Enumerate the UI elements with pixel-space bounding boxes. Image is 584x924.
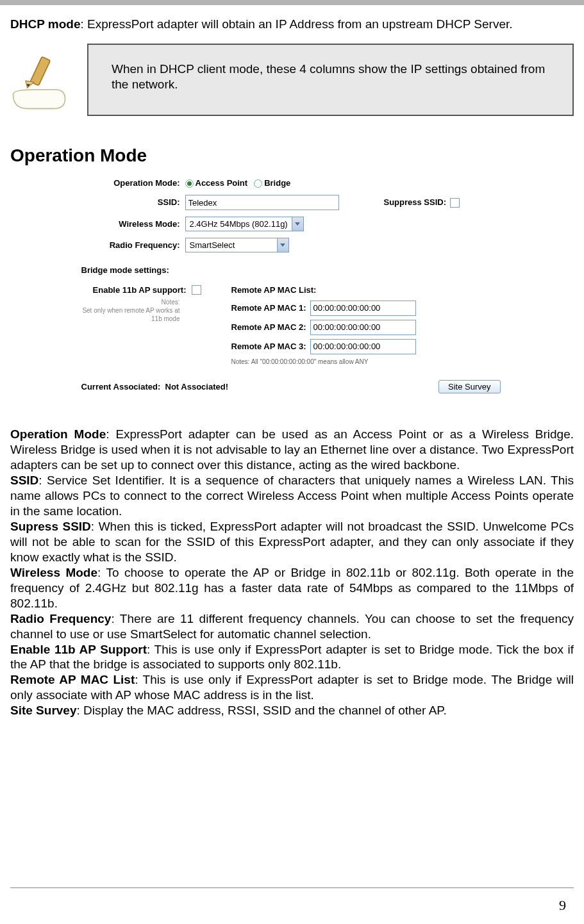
mac1-input[interactable] bbox=[310, 301, 416, 316]
radio-bridge[interactable]: Bridge bbox=[254, 178, 290, 188]
note-callout: When in DHCP client mode, these 4 column… bbox=[87, 44, 574, 116]
enable-11b-label: Enable 11b AP support: bbox=[78, 285, 192, 295]
mac-list-label: Remote AP MAC List: bbox=[231, 285, 507, 295]
note-icon bbox=[10, 44, 87, 111]
ssid-label: SSID: bbox=[78, 197, 185, 208]
suppress-ssid-label: Suppress SSID: bbox=[384, 197, 447, 208]
body-text: Operation Mode: ExpressPort adapter can … bbox=[10, 427, 574, 718]
mac2-label: Remote AP MAC 2: bbox=[231, 322, 306, 333]
desc-ssid-text: : Service Set Identifier. It is a sequen… bbox=[10, 474, 574, 518]
chevron-down-icon bbox=[292, 217, 303, 231]
dhcp-mode-paragraph: DHCP mode: ExpressPort adapter will obta… bbox=[10, 17, 574, 32]
radio-access-point[interactable]: Access Point bbox=[185, 178, 248, 188]
current-associated-label: Current Associated: bbox=[81, 382, 161, 392]
footer-rule bbox=[10, 887, 574, 888]
radio-off-icon bbox=[254, 179, 262, 188]
desc-sitesurvey-text: : Display the MAC address, RSSI, SSID an… bbox=[77, 704, 447, 717]
desc-rf-label: Radio Frequency bbox=[10, 612, 111, 625]
callout-text: When in DHCP client mode, these 4 column… bbox=[112, 62, 545, 92]
config-screenshot: Operation Mode: Access Point Bridge SSID… bbox=[78, 178, 507, 393]
desc-ssid-label: SSID bbox=[10, 474, 38, 487]
mac3-input[interactable] bbox=[310, 339, 416, 354]
radio-on-icon bbox=[185, 179, 194, 188]
svg-rect-0 bbox=[30, 56, 50, 85]
mac1-label: Remote AP MAC 1: bbox=[231, 303, 306, 313]
radio-frequency-label: Radio Frequency: bbox=[78, 240, 185, 251]
desc-maclist-label: Remote AP MAC List bbox=[10, 673, 135, 686]
bridge-settings-heading: Bridge mode settings: bbox=[81, 265, 507, 276]
desc-suppress-label: Supress SSID bbox=[10, 520, 91, 533]
radio-frequency-select[interactable]: SmartSelect bbox=[185, 238, 289, 252]
header-band bbox=[0, 0, 584, 5]
site-survey-button[interactable]: Site Survey bbox=[438, 380, 500, 393]
mac-note: Notes: All "00:00:00:00:00:00" means all… bbox=[231, 358, 507, 367]
mac3-label: Remote AP MAC 3: bbox=[231, 342, 306, 352]
suppress-ssid-checkbox[interactable] bbox=[450, 198, 460, 208]
desc-opmode-label: Operation Mode bbox=[10, 427, 106, 441]
op-mode-label: Operation Mode: bbox=[78, 178, 185, 188]
wireless-mode-label: Wireless Mode: bbox=[78, 219, 185, 229]
dhcp-mode-text: : ExpressPort adapter will obtain an IP … bbox=[80, 17, 512, 31]
desc-e11b-label: Enable 11b AP Support bbox=[10, 643, 147, 656]
ssid-input[interactable] bbox=[185, 195, 339, 210]
dhcp-mode-label: DHCP mode bbox=[10, 17, 80, 31]
notes-text: Set only when remote AP works at 11b mod… bbox=[78, 306, 180, 323]
desc-suppress-text: : When this is ticked, ExpressPort adapt… bbox=[10, 520, 574, 564]
enable-11b-checkbox[interactable] bbox=[192, 285, 201, 295]
mac2-input[interactable] bbox=[310, 320, 416, 335]
chevron-down-icon bbox=[277, 238, 288, 252]
desc-sitesurvey-label: Site Survey bbox=[10, 704, 77, 717]
current-associated-value: Not Associated! bbox=[165, 382, 228, 392]
notes-label: Notes: bbox=[78, 298, 180, 306]
section-heading-operation-mode: Operation Mode bbox=[10, 144, 574, 167]
wireless-mode-select[interactable]: 2.4GHz 54Mbps (802.11g) bbox=[185, 217, 304, 231]
desc-wmode-label: Wireless Mode bbox=[10, 566, 97, 579]
pencil-note-icon bbox=[10, 54, 68, 111]
page-number: 9 bbox=[559, 896, 566, 914]
